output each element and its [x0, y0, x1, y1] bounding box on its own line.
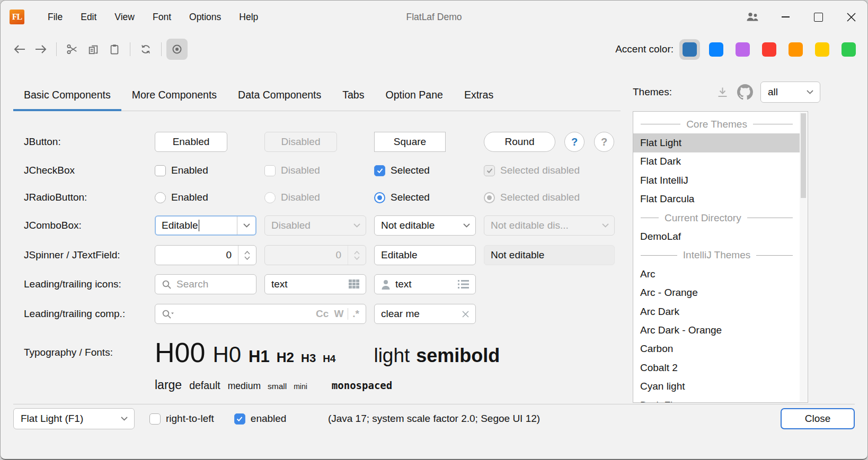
square-button[interactable]: Square [374, 132, 446, 152]
regex-button[interactable]: .* [352, 308, 359, 320]
textfield-value[interactable]: Editable [381, 249, 418, 261]
tab-more-components[interactable]: More Components [121, 79, 227, 111]
radio-circle[interactable] [374, 192, 385, 203]
laf-combobox[interactable]: Flat Light (F1) [13, 408, 135, 429]
paste-icon[interactable] [104, 39, 125, 60]
tab-data-components[interactable]: Data Components [227, 79, 332, 111]
users-icon[interactable] [736, 5, 769, 29]
disabled-button: Disabled [264, 132, 337, 152]
checkbox-disabled: Disabled [264, 165, 366, 176]
forward-icon[interactable] [30, 39, 51, 60]
titlebar: FL File Edit View Font Options Help Flat… [1, 1, 867, 33]
menu-view[interactable]: View [105, 8, 144, 26]
round-button[interactable]: Round [484, 132, 555, 152]
maximize-button[interactable] [802, 5, 835, 29]
enabled-button[interactable]: Enabled [155, 132, 227, 152]
textfield-value[interactable]: text [395, 278, 412, 290]
accent-swatch-green[interactable] [838, 39, 859, 60]
accent-swatch-purple[interactable] [732, 39, 753, 60]
tab-basic-components[interactable]: Basic Components [13, 79, 121, 111]
close-button[interactable]: Close [781, 408, 855, 429]
whole-word-button[interactable]: W [334, 308, 343, 320]
search-input[interactable]: Search [155, 274, 256, 294]
theme-list-item[interactable]: Cobalt 2 [633, 358, 800, 377]
tab-extras[interactable]: Extras [454, 79, 504, 111]
github-icon[interactable] [737, 84, 753, 100]
checkbox-box[interactable] [234, 413, 245, 425]
menu-edit[interactable]: Edit [72, 8, 105, 26]
spinner-value[interactable]: 0 [155, 249, 238, 261]
theme-list-item[interactable]: Arc Dark [633, 302, 800, 321]
radio-selected-disabled: Selected disabled [484, 192, 615, 203]
show-hidden-toggle-icon[interactable] [166, 39, 188, 60]
textfield-value[interactable]: clear me [381, 308, 420, 320]
download-icon[interactable] [716, 86, 729, 98]
textfield-value[interactable]: text [271, 278, 288, 290]
accent-swatch-yellow[interactable] [812, 39, 832, 60]
radio-circle[interactable] [155, 192, 166, 203]
tab-option-pane[interactable]: Option Pane [375, 79, 453, 111]
theme-list-scrollbar[interactable] [800, 112, 807, 402]
editable-textfield[interactable]: Editable [374, 245, 476, 265]
spinner-enabled[interactable]: 0 [155, 245, 256, 265]
theme-list-item[interactable]: Arc Dark - Orange [633, 321, 800, 339]
checkbox-box[interactable] [149, 413, 161, 425]
chevron-down-icon[interactable] [457, 216, 475, 235]
accent-swatch-blue[interactable] [706, 39, 727, 60]
spinner-buttons[interactable] [238, 246, 256, 265]
combobox-value[interactable]: Editable [162, 220, 198, 231]
menu-file[interactable]: File [39, 8, 72, 26]
theme-list-item[interactable]: Flat Darcula [633, 190, 800, 209]
toolbar-separator [56, 42, 57, 56]
scrollbar-thumb[interactable] [801, 113, 806, 198]
checkbox-box[interactable] [374, 165, 385, 176]
minimize-button[interactable] [769, 5, 802, 29]
back-icon[interactable] [9, 39, 30, 60]
accent-swatch-red[interactable] [759, 39, 780, 60]
menu-options[interactable]: Options [180, 8, 230, 26]
theme-list-item[interactable]: Arc [633, 265, 800, 283]
not-editable-combobox[interactable]: Not editable [374, 215, 476, 236]
help-button-disabled: ? [594, 132, 614, 152]
accent-swatch-color [815, 42, 829, 57]
checkbox-box[interactable] [155, 165, 166, 176]
typo-light: light [374, 345, 410, 367]
match-case-button[interactable]: Cc [316, 308, 329, 320]
theme-list-item[interactable]: DemoLaf [633, 227, 800, 246]
enabled-checkbox[interactable]: enabled [234, 413, 287, 425]
text-input-trailing-table[interactable]: text [264, 274, 366, 294]
clearable-input[interactable]: clear me [374, 304, 476, 324]
search-with-options-input[interactable]: Cc W .* [155, 304, 366, 324]
text-input-leading-user[interactable]: text [374, 274, 476, 294]
theme-list-item[interactable]: Cyan light [633, 377, 800, 395]
theme-list-item[interactable]: Dark Flat [633, 396, 800, 403]
theme-list-item[interactable]: Flat Dark [633, 152, 800, 171]
radio-selected[interactable]: Selected [374, 192, 476, 203]
jcheckbox-row: JCheckBox Enabled Disabled Selected Sele… [24, 163, 623, 178]
accent-swatch-default-blue[interactable] [679, 39, 700, 60]
theme-list-item[interactable]: Flat Light [633, 133, 800, 152]
rtl-checkbox[interactable]: right-to-left [149, 413, 214, 425]
menu-help[interactable]: Help [230, 8, 267, 26]
theme-filter-combobox[interactable]: all [760, 82, 820, 103]
editable-combobox[interactable]: Editable [155, 215, 256, 236]
theme-list-item[interactable]: Flat IntelliJ [633, 171, 800, 190]
radio-enabled[interactable]: Enabled [155, 192, 256, 203]
cut-icon[interactable] [61, 39, 83, 60]
theme-list-item[interactable]: Carbon [633, 340, 800, 358]
toolbar: Accent color: [9, 35, 859, 63]
menu-font[interactable]: Font [144, 8, 180, 26]
typography-sizes: large default medium small mini monospac… [155, 378, 392, 392]
checkbox-selected[interactable]: Selected [374, 165, 476, 176]
copy-icon[interactable] [83, 39, 104, 60]
status-info: (Java 17; system scale factor 2.0; Segoe… [13, 413, 855, 425]
checkbox-enabled[interactable]: Enabled [155, 165, 256, 176]
accent-swatch-orange[interactable] [785, 39, 806, 60]
help-button-enabled[interactable]: ? [564, 132, 584, 152]
theme-list-item[interactable]: Arc - Orange [633, 284, 800, 302]
chevron-down-icon[interactable] [237, 217, 255, 234]
clear-icon[interactable] [462, 311, 469, 318]
close-window-button[interactable] [835, 5, 867, 29]
refresh-icon[interactable] [135, 39, 156, 60]
tab-tabs[interactable]: Tabs [332, 79, 375, 111]
